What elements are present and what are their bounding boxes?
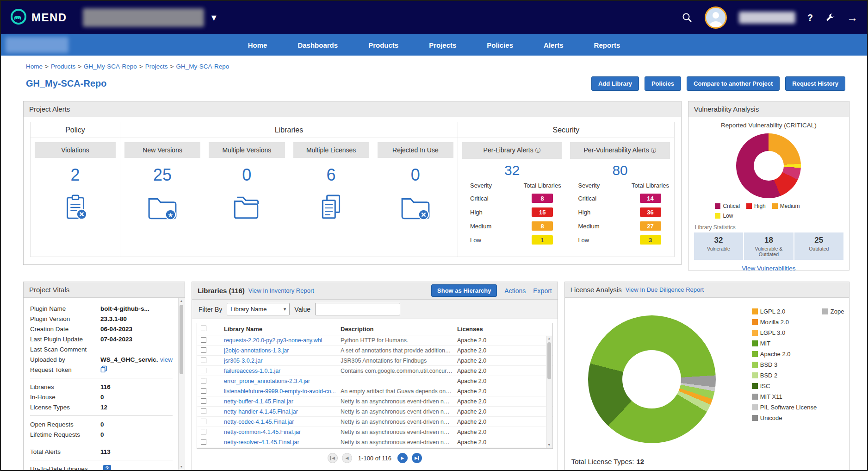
- library-name-link[interactable]: error_prone_annotations-2.3.4.jar: [224, 378, 341, 384]
- view-vulnerabilities-link[interactable]: View Vulnerabilities: [688, 265, 849, 272]
- search-icon[interactable]: [682, 12, 693, 23]
- library-name-link[interactable]: requests-2.20.0-py2.py3-none-any.whl: [224, 337, 341, 344]
- add-library-button[interactable]: Add Library: [591, 76, 639, 91]
- severity-count-badge[interactable]: 36: [640, 207, 661, 217]
- settings-wrench-icon[interactable]: [825, 13, 835, 23]
- row-checkbox[interactable]: [201, 429, 206, 434]
- help-badge-icon[interactable]: ?: [103, 465, 111, 471]
- filter-value-input[interactable]: [315, 303, 400, 315]
- request-history-button[interactable]: Request History: [785, 76, 845, 91]
- row-checkbox[interactable]: [201, 378, 206, 383]
- logout-arrow-icon[interactable]: →: [847, 11, 858, 24]
- license-legend-col2: Zope: [822, 308, 844, 443]
- row-checkbox[interactable]: [201, 337, 206, 343]
- scroll-down-arrow[interactable]: ▼: [179, 464, 184, 470]
- row-checkbox[interactable]: [201, 358, 206, 363]
- library-name-link[interactable]: j2objc-annotations-1.3.jar: [224, 347, 341, 354]
- scroll-up-arrow[interactable]: ▲: [546, 336, 552, 341]
- severity-count-badge[interactable]: 15: [532, 207, 553, 217]
- nav-tab[interactable]: Alerts: [544, 41, 564, 49]
- nav-tab[interactable]: Policies: [487, 41, 513, 49]
- user-avatar[interactable]: [705, 6, 727, 29]
- policies-button[interactable]: Policies: [645, 76, 681, 91]
- view-due-diligence-report-link[interactable]: View In Due Diligence Report: [626, 286, 704, 293]
- vital-label: Lifetime Requests: [30, 431, 100, 438]
- library-name-link[interactable]: jsr305-3.0.2.jar: [224, 358, 341, 364]
- nav-tab[interactable]: Products: [368, 41, 398, 49]
- vital-label: Request Token: [30, 366, 100, 373]
- rejected-in-use-count[interactable]: 0: [411, 165, 420, 185]
- info-icon[interactable]: ⓘ: [535, 147, 541, 154]
- library-name-link[interactable]: failureaccess-1.0.1.jar: [224, 368, 341, 374]
- row-checkbox[interactable]: [201, 347, 206, 353]
- folder-x-icon: [400, 193, 431, 223]
- scrollbar-thumb[interactable]: [547, 342, 551, 379]
- column-header-licenses[interactable]: Licenses: [457, 326, 552, 333]
- view-inventory-report-link[interactable]: View In Inventory Report: [248, 287, 314, 294]
- row-checkbox[interactable]: [201, 439, 206, 445]
- row-checkbox[interactable]: [201, 408, 206, 414]
- chevron-down-icon[interactable]: ▾: [211, 13, 217, 23]
- column-header-description[interactable]: Description: [341, 326, 457, 333]
- breadcrumb-link-1[interactable]: Products: [51, 63, 75, 70]
- multiple-licenses-count[interactable]: 6: [327, 165, 336, 185]
- per-library-total[interactable]: 32: [458, 163, 566, 178]
- multiple-versions-count[interactable]: 0: [242, 165, 251, 185]
- vital-value: 0: [100, 421, 104, 428]
- severity-count-badge[interactable]: 3: [640, 235, 661, 245]
- actions-link[interactable]: Actions: [504, 287, 526, 295]
- filter-field-select[interactable]: Library Name ▾: [227, 303, 290, 315]
- pagination-first-button[interactable]: ◀: [328, 453, 338, 463]
- legend-item: Mozilla 2.0: [752, 319, 822, 326]
- pagination-next-button[interactable]: ▶: [397, 453, 408, 463]
- compare-project-button[interactable]: Compare to another Project: [687, 76, 780, 91]
- project-vitals-scrollbar[interactable]: ▲ ▼: [178, 298, 184, 470]
- severity-count-badge[interactable]: 8: [532, 194, 553, 203]
- breadcrumb-link-4[interactable]: GH_My-SCA-Repo: [176, 63, 229, 70]
- library-name-link[interactable]: netty-handler-4.1.45.Final.jar: [224, 408, 341, 415]
- stat-label: Outdated: [795, 246, 843, 251]
- user-name-redacted[interactable]: [739, 12, 795, 24]
- nav-tab[interactable]: Projects: [429, 41, 456, 49]
- row-checkbox[interactable]: [201, 368, 206, 373]
- pagination-prev-button[interactable]: ◀: [342, 453, 352, 463]
- breadcrumb-link-0[interactable]: Home: [26, 63, 43, 70]
- show-as-hierarchy-button[interactable]: Show as Hierarchy: [431, 284, 497, 297]
- nav-tab[interactable]: Home: [248, 41, 267, 49]
- scrollbar-thumb[interactable]: [180, 305, 183, 374]
- scroll-down-arrow[interactable]: ▼: [546, 442, 552, 448]
- export-link[interactable]: Export: [533, 287, 552, 295]
- severity-count-badge[interactable]: 8: [532, 221, 553, 231]
- scroll-up-arrow[interactable]: ▲: [179, 298, 184, 304]
- row-checkbox[interactable]: [201, 398, 206, 404]
- libraries-table-scrollbar[interactable]: ▲ ▼: [546, 336, 552, 448]
- violations-count[interactable]: 2: [70, 165, 80, 185]
- legend-swatch: [715, 203, 720, 209]
- library-name-link[interactable]: netty-resolver-4.1.45.Final.jar: [224, 439, 341, 446]
- row-checkbox[interactable]: [201, 419, 206, 424]
- row-checkbox[interactable]: [201, 388, 206, 394]
- library-name-link[interactable]: listenablefuture-9999.0-empty-to-avoid-c…: [224, 388, 341, 395]
- new-versions-count[interactable]: 25: [153, 165, 172, 185]
- copy-token-icon[interactable]: [100, 365, 107, 374]
- uploaded-by-view-link[interactable]: view: [160, 356, 173, 363]
- per-vulnerability-total[interactable]: 80: [566, 163, 674, 178]
- info-icon[interactable]: ⓘ: [651, 147, 657, 154]
- column-header-library-name[interactable]: Library Name: [224, 326, 341, 333]
- severity-label: Low: [470, 237, 519, 244]
- severity-count-badge[interactable]: 1: [532, 235, 553, 245]
- pagination-last-button[interactable]: ▶: [412, 453, 422, 463]
- nav-tab[interactable]: Dashboards: [298, 41, 338, 49]
- severity-count-badge[interactable]: 27: [640, 221, 661, 231]
- nav-tab[interactable]: Reports: [594, 41, 620, 49]
- library-description: An empty artifact that Guava depends on …: [341, 388, 457, 395]
- breadcrumb-link-3[interactable]: Projects: [145, 63, 168, 70]
- select-all-checkbox[interactable]: [201, 326, 206, 331]
- organization-selector[interactable]: ▾: [83, 8, 217, 27]
- severity-count-badge[interactable]: 14: [640, 194, 661, 203]
- breadcrumb-link-2[interactable]: GH_My-SCA-Repo: [84, 63, 137, 70]
- help-icon[interactable]: ?: [807, 13, 813, 23]
- library-name-link[interactable]: netty-common-4.1.45.Final.jar: [224, 429, 341, 435]
- library-name-link[interactable]: netty-codec-4.1.45.Final.jar: [224, 419, 341, 425]
- library-name-link[interactable]: netty-buffer-4.1.45.Final.jar: [224, 398, 341, 405]
